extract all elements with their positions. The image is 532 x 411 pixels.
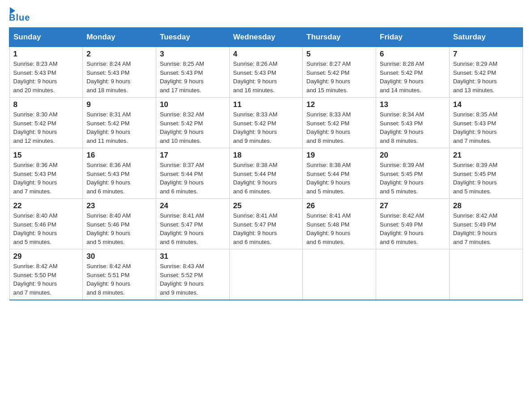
day-number: 10 [160,100,226,109]
day-number: 6 [380,50,446,59]
day-number: 21 [453,151,519,160]
calendar-day-cell: 18 Sunrise: 8:38 AMSunset: 5:44 PMDaylig… [229,148,303,199]
calendar-week-row: 1 Sunrise: 8:23 AMSunset: 5:43 PMDayligh… [9,47,523,98]
day-info: Sunrise: 8:39 AMSunset: 5:45 PMDaylight:… [380,161,446,196]
day-number: 2 [86,50,152,59]
day-info: Sunrise: 8:27 AMSunset: 5:42 PMDaylight:… [306,60,372,94]
day-info: Sunrise: 8:33 AMSunset: 5:42 PMDaylight:… [306,110,372,145]
day-number: 19 [306,151,372,160]
calendar-day-cell: 2 Sunrise: 8:24 AMSunset: 5:43 PMDayligh… [83,47,156,98]
day-number: 1 [13,50,79,59]
calendar-day-cell: 12 Sunrise: 8:33 AMSunset: 5:42 PMDaylig… [303,98,376,148]
day-number: 8 [13,100,79,109]
day-number: 16 [86,151,152,160]
day-info: Sunrise: 8:23 AMSunset: 5:43 PMDaylight:… [13,60,79,94]
calendar-day-cell [376,249,450,300]
calendar-week-row: 15 Sunrise: 8:36 AMSunset: 5:43 PMDaylig… [9,148,523,199]
logo: Blue [9,9,30,23]
day-number: 3 [160,50,226,59]
calendar-header-row: SundayMondayTuesdayWednesdayThursdayFrid… [9,28,523,47]
calendar-day-cell: 8 Sunrise: 8:30 AMSunset: 5:42 PMDayligh… [9,98,83,148]
day-info: Sunrise: 8:28 AMSunset: 5:42 PMDaylight:… [380,60,446,94]
calendar-day-cell [449,249,523,300]
day-number: 4 [233,50,299,59]
day-info: Sunrise: 8:33 AMSunset: 5:42 PMDaylight:… [233,110,299,145]
day-number: 20 [380,151,446,160]
day-number: 25 [233,201,299,210]
day-number: 28 [453,201,519,210]
day-info: Sunrise: 8:38 AMSunset: 5:44 PMDaylight:… [233,161,299,196]
day-of-week-header: Thursday [303,28,376,47]
day-number: 18 [233,151,299,160]
calendar-day-cell: 25 Sunrise: 8:41 AMSunset: 5:47 PMDaylig… [229,199,303,249]
day-of-week-header: Monday [83,28,156,47]
day-info: Sunrise: 8:39 AMSunset: 5:45 PMDaylight:… [453,161,519,196]
day-info: Sunrise: 8:42 AMSunset: 5:51 PMDaylight:… [86,262,152,297]
day-info: Sunrise: 8:37 AMSunset: 5:44 PMDaylight:… [160,161,226,196]
day-info: Sunrise: 8:30 AMSunset: 5:42 PMDaylight:… [13,110,79,145]
calendar-table: SundayMondayTuesdayWednesdayThursdayFrid… [9,27,523,300]
day-number: 26 [306,201,372,210]
calendar-day-cell: 7 Sunrise: 8:29 AMSunset: 5:42 PMDayligh… [449,47,523,98]
day-number: 12 [306,100,372,109]
calendar-day-cell: 26 Sunrise: 8:41 AMSunset: 5:48 PMDaylig… [303,199,376,249]
day-info: Sunrise: 8:40 AMSunset: 5:46 PMDaylight:… [13,211,79,246]
calendar-day-cell: 20 Sunrise: 8:39 AMSunset: 5:45 PMDaylig… [376,148,450,199]
calendar-day-cell: 29 Sunrise: 8:42 AMSunset: 5:50 PMDaylig… [9,249,83,300]
day-info: Sunrise: 8:40 AMSunset: 5:46 PMDaylight:… [86,211,152,246]
calendar-day-cell: 9 Sunrise: 8:31 AMSunset: 5:42 PMDayligh… [83,98,156,148]
day-number: 9 [86,100,152,109]
calendar-day-cell: 14 Sunrise: 8:35 AMSunset: 5:43 PMDaylig… [449,98,523,148]
calendar-day-cell: 5 Sunrise: 8:27 AMSunset: 5:42 PMDayligh… [303,47,376,98]
day-number: 30 [86,252,152,261]
calendar-day-cell [303,249,376,300]
calendar-day-cell: 23 Sunrise: 8:40 AMSunset: 5:46 PMDaylig… [83,199,156,249]
day-info: Sunrise: 8:41 AMSunset: 5:47 PMDaylight:… [233,211,299,246]
day-info: Sunrise: 8:34 AMSunset: 5:43 PMDaylight:… [380,110,446,145]
day-number: 31 [160,252,226,261]
calendar-day-cell: 4 Sunrise: 8:26 AMSunset: 5:43 PMDayligh… [229,47,303,98]
day-of-week-header: Friday [376,28,450,47]
day-info: Sunrise: 8:42 AMSunset: 5:49 PMDaylight:… [380,211,446,246]
calendar-day-cell: 17 Sunrise: 8:37 AMSunset: 5:44 PMDaylig… [156,148,229,199]
day-of-week-header: Sunday [9,28,83,47]
day-info: Sunrise: 8:24 AMSunset: 5:43 PMDaylight:… [86,60,152,94]
calendar-day-cell: 15 Sunrise: 8:36 AMSunset: 5:43 PMDaylig… [9,148,83,199]
calendar-week-row: 29 Sunrise: 8:42 AMSunset: 5:50 PMDaylig… [9,249,523,300]
day-number: 23 [86,201,152,210]
calendar-day-cell: 11 Sunrise: 8:33 AMSunset: 5:42 PMDaylig… [229,98,303,148]
day-number: 27 [380,201,446,210]
day-number: 11 [233,100,299,109]
calendar-day-cell: 1 Sunrise: 8:23 AMSunset: 5:43 PMDayligh… [9,47,83,98]
day-info: Sunrise: 8:38 AMSunset: 5:44 PMDaylight:… [306,161,372,196]
calendar-day-cell [229,249,303,300]
day-info: Sunrise: 8:42 AMSunset: 5:49 PMDaylight:… [453,211,519,246]
calendar-day-cell: 19 Sunrise: 8:38 AMSunset: 5:44 PMDaylig… [303,148,376,199]
day-of-week-header: Saturday [449,28,523,47]
day-info: Sunrise: 8:31 AMSunset: 5:42 PMDaylight:… [86,110,152,145]
day-number: 22 [13,201,79,210]
day-info: Sunrise: 8:25 AMSunset: 5:43 PMDaylight:… [160,60,226,94]
calendar-day-cell: 6 Sunrise: 8:28 AMSunset: 5:42 PMDayligh… [376,47,450,98]
day-number: 5 [306,50,372,59]
calendar-day-cell: 28 Sunrise: 8:42 AMSunset: 5:49 PMDaylig… [449,199,523,249]
day-number: 15 [13,151,79,160]
calendar-day-cell: 10 Sunrise: 8:32 AMSunset: 5:42 PMDaylig… [156,98,229,148]
calendar-week-row: 22 Sunrise: 8:40 AMSunset: 5:46 PMDaylig… [9,199,523,249]
day-info: Sunrise: 8:29 AMSunset: 5:42 PMDaylight:… [453,60,519,94]
calendar-week-row: 8 Sunrise: 8:30 AMSunset: 5:42 PMDayligh… [9,98,523,148]
calendar-day-cell: 16 Sunrise: 8:36 AMSunset: 5:43 PMDaylig… [83,148,156,199]
calendar-day-cell: 13 Sunrise: 8:34 AMSunset: 5:43 PMDaylig… [376,98,450,148]
calendar-day-cell: 24 Sunrise: 8:41 AMSunset: 5:47 PMDaylig… [156,199,229,249]
day-info: Sunrise: 8:32 AMSunset: 5:42 PMDaylight:… [160,110,226,145]
day-number: 13 [380,100,446,109]
day-info: Sunrise: 8:42 AMSunset: 5:50 PMDaylight:… [13,262,79,297]
day-number: 7 [453,50,519,59]
calendar-day-cell: 27 Sunrise: 8:42 AMSunset: 5:49 PMDaylig… [376,199,450,249]
calendar-day-cell: 22 Sunrise: 8:40 AMSunset: 5:46 PMDaylig… [9,199,83,249]
day-info: Sunrise: 8:43 AMSunset: 5:52 PMDaylight:… [160,262,226,297]
logo-underline: Blue [9,13,30,23]
day-number: 14 [453,100,519,109]
calendar-day-cell: 30 Sunrise: 8:42 AMSunset: 5:51 PMDaylig… [83,249,156,300]
day-of-week-header: Tuesday [156,28,229,47]
